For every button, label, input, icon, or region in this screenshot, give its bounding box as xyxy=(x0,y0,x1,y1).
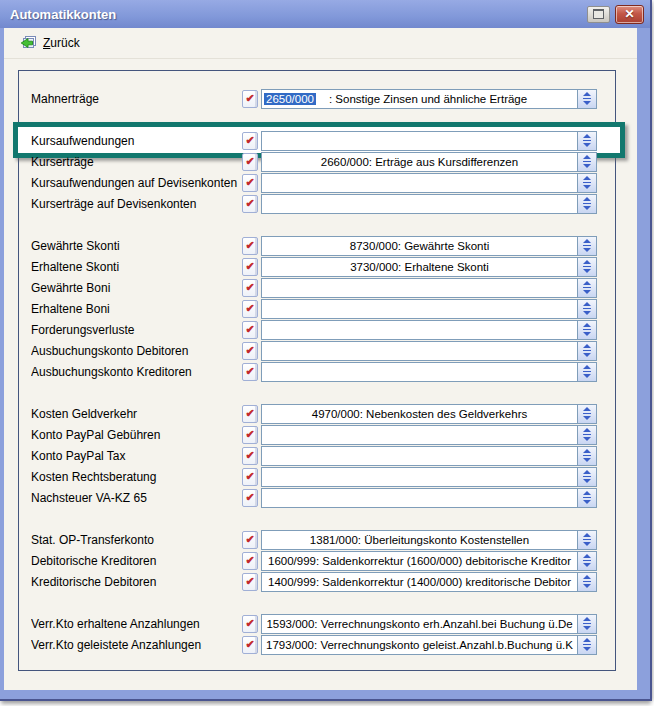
active-check-button[interactable]: ✔ xyxy=(242,447,258,465)
active-check-button[interactable]: ✔ xyxy=(242,132,258,150)
spinner-up-icon[interactable] xyxy=(583,302,591,306)
account-combobox[interactable] xyxy=(261,173,597,193)
account-combobox[interactable]: 4970/000: Nebenkosten des Geldverkehrs xyxy=(261,404,597,424)
active-check-button[interactable]: ✔ xyxy=(242,468,258,486)
spinner-up-icon[interactable] xyxy=(583,638,591,642)
spinner-up-icon[interactable] xyxy=(583,617,591,621)
account-combobox[interactable]: 1793/000: Verrechnungskonto geleist.Anza… xyxy=(261,635,597,655)
active-check-button[interactable]: ✔ xyxy=(242,552,258,570)
account-combobox[interactable]: 2650/000: Sonstige Zinsen und ähnliche E… xyxy=(261,89,597,109)
account-combobox[interactable] xyxy=(261,131,597,151)
spinner-control[interactable] xyxy=(577,90,596,108)
spinner-up-icon[interactable] xyxy=(583,344,591,348)
spinner-down-icon[interactable] xyxy=(583,269,591,273)
active-check-button[interactable]: ✔ xyxy=(242,279,258,297)
spinner-control[interactable] xyxy=(577,321,596,339)
account-combobox[interactable]: 1381/000: Überleitungskonto Kostenstelle… xyxy=(261,530,597,550)
title-bar[interactable]: Automatikkonten ✕ xyxy=(0,0,650,28)
account-combobox[interactable]: 1400/999: Saldenkorrektur (1400/000) kre… xyxy=(261,572,597,592)
spinner-control[interactable] xyxy=(577,531,596,549)
spinner-up-icon[interactable] xyxy=(583,428,591,432)
spinner-up-icon[interactable] xyxy=(583,239,591,243)
spinner-down-icon[interactable] xyxy=(583,353,591,357)
spinner-up-icon[interactable] xyxy=(583,554,591,558)
active-check-button[interactable]: ✔ xyxy=(242,573,258,591)
active-check-button[interactable]: ✔ xyxy=(242,489,258,507)
account-combobox[interactable] xyxy=(261,425,597,445)
spinner-down-icon[interactable] xyxy=(583,248,591,252)
spinner-control[interactable] xyxy=(577,132,596,150)
spinner-control[interactable] xyxy=(577,258,596,276)
active-check-button[interactable]: ✔ xyxy=(242,174,258,192)
spinner-control[interactable] xyxy=(577,426,596,444)
active-check-button[interactable]: ✔ xyxy=(242,615,258,633)
active-check-button[interactable]: ✔ xyxy=(242,90,258,108)
account-combobox[interactable]: 3730/000: Erhaltene Skonti xyxy=(261,257,597,277)
spinner-down-icon[interactable] xyxy=(583,164,591,168)
spinner-control[interactable] xyxy=(577,552,596,570)
spinner-down-icon[interactable] xyxy=(583,185,591,189)
spinner-up-icon[interactable] xyxy=(583,197,591,201)
spinner-down-icon[interactable] xyxy=(583,584,591,588)
spinner-up-icon[interactable] xyxy=(583,575,591,579)
spinner-down-icon[interactable] xyxy=(583,500,591,504)
back-button[interactable]: Zurück xyxy=(15,32,87,54)
spinner-control[interactable] xyxy=(577,447,596,465)
spinner-down-icon[interactable] xyxy=(583,311,591,315)
spinner-down-icon[interactable] xyxy=(583,647,591,651)
spinner-down-icon[interactable] xyxy=(583,479,591,483)
spinner-down-icon[interactable] xyxy=(583,542,591,546)
spinner-control[interactable] xyxy=(577,300,596,318)
spinner-up-icon[interactable] xyxy=(583,281,591,285)
spinner-down-icon[interactable] xyxy=(583,332,591,336)
close-button[interactable]: ✕ xyxy=(615,5,644,24)
active-check-button[interactable]: ✔ xyxy=(242,195,258,213)
account-combobox[interactable] xyxy=(261,488,597,508)
spinner-down-icon[interactable] xyxy=(583,458,591,462)
account-combobox[interactable] xyxy=(261,278,597,298)
active-check-button[interactable]: ✔ xyxy=(242,237,258,255)
spinner-up-icon[interactable] xyxy=(583,260,591,264)
spinner-up-icon[interactable] xyxy=(583,533,591,537)
spinner-control[interactable] xyxy=(577,153,596,171)
spinner-down-icon[interactable] xyxy=(583,143,591,147)
active-check-button[interactable]: ✔ xyxy=(242,300,258,318)
spinner-control[interactable] xyxy=(577,342,596,360)
account-combobox[interactable] xyxy=(261,446,597,466)
account-combobox[interactable]: 8730/000: Gewährte Skonti xyxy=(261,236,597,256)
spinner-up-icon[interactable] xyxy=(583,470,591,474)
active-check-button[interactable]: ✔ xyxy=(242,321,258,339)
spinner-up-icon[interactable] xyxy=(583,449,591,453)
active-check-button[interactable]: ✔ xyxy=(242,636,258,654)
account-combobox[interactable] xyxy=(261,467,597,487)
spinner-control[interactable] xyxy=(577,468,596,486)
active-check-button[interactable]: ✔ xyxy=(242,342,258,360)
spinner-down-icon[interactable] xyxy=(583,416,591,420)
spinner-control[interactable] xyxy=(577,636,596,654)
spinner-up-icon[interactable] xyxy=(583,365,591,369)
spinner-control[interactable] xyxy=(577,279,596,297)
account-combobox[interactable]: 1593/000: Verrechnungskonto erh.Anzahl.b… xyxy=(261,614,597,634)
account-combobox[interactable] xyxy=(261,320,597,340)
spinner-down-icon[interactable] xyxy=(583,563,591,567)
spinner-control[interactable] xyxy=(577,405,596,423)
spinner-control[interactable] xyxy=(577,195,596,213)
account-combobox[interactable]: 2660/000: Erträge aus Kursdifferenzen xyxy=(261,152,597,172)
spinner-up-icon[interactable] xyxy=(583,407,591,411)
spinner-up-icon[interactable] xyxy=(583,323,591,327)
spinner-control[interactable] xyxy=(577,237,596,255)
spinner-down-icon[interactable] xyxy=(583,206,591,210)
active-check-button[interactable]: ✔ xyxy=(242,363,258,381)
spinner-down-icon[interactable] xyxy=(583,290,591,294)
spinner-down-icon[interactable] xyxy=(583,626,591,630)
active-check-button[interactable]: ✔ xyxy=(242,531,258,549)
spinner-control[interactable] xyxy=(577,174,596,192)
account-combobox[interactable] xyxy=(261,194,597,214)
active-check-button[interactable]: ✔ xyxy=(242,258,258,276)
account-combobox[interactable]: 1600/999: Saldenkorrektur (1600/000) deb… xyxy=(261,551,597,571)
spinner-control[interactable] xyxy=(577,489,596,507)
restore-button[interactable] xyxy=(587,6,610,23)
account-combobox[interactable] xyxy=(261,341,597,361)
active-check-button[interactable]: ✔ xyxy=(242,426,258,444)
spinner-control[interactable] xyxy=(577,363,596,381)
